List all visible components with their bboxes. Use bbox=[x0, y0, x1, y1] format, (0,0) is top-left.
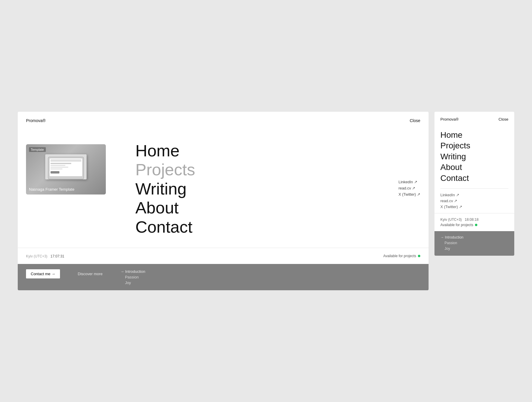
svg-rect-6 bbox=[51, 168, 62, 169]
intro-item[interactable]: → Introduction bbox=[120, 269, 145, 274]
left-social-links: LinkedIn ↗ read.cv ↗ X (Twitter) ↗ bbox=[390, 138, 420, 242]
right-nav-contact[interactable]: Contact bbox=[440, 173, 508, 184]
linkedin-link[interactable]: LinkedIn ↗ bbox=[398, 180, 420, 184]
right-footer-passion[interactable]: Passion bbox=[440, 240, 508, 246]
left-header: Promova® Close bbox=[18, 112, 429, 129]
left-status-bar: Kyiv (UTC+3) 17:07:31 Available for proj… bbox=[18, 248, 429, 264]
svg-rect-4 bbox=[51, 165, 65, 166]
nav-item-contact[interactable]: Contact bbox=[135, 218, 390, 236]
left-close-button[interactable]: Close bbox=[410, 118, 420, 123]
right-twitter-link[interactable]: X (Twitter) ↗ bbox=[440, 205, 508, 209]
right-nav-about[interactable]: About bbox=[440, 162, 508, 173]
right-readcv-link[interactable]: read.cv ↗ bbox=[440, 199, 508, 203]
right-available-label: Available for projects bbox=[440, 223, 473, 227]
right-footer-joy[interactable]: Joy bbox=[440, 246, 508, 252]
left-footer: Contact me → Discover more → Introductio… bbox=[18, 264, 429, 290]
readcv-link[interactable]: read.cv ↗ bbox=[398, 186, 420, 190]
right-close-button[interactable]: Close bbox=[499, 117, 508, 121]
left-available-label: Available for projects bbox=[383, 254, 416, 258]
twitter-link[interactable]: X (Twitter) ↗ bbox=[398, 192, 420, 197]
nav-item-home[interactable]: Home bbox=[135, 141, 390, 160]
right-footer-nav: → Introduction Passion Joy bbox=[440, 235, 508, 252]
right-header: Promova® Close bbox=[434, 112, 514, 127]
right-nav-projects[interactable]: Projects bbox=[440, 140, 508, 151]
svg-rect-2 bbox=[51, 159, 81, 162]
card-title: Nasnaga Framer Template bbox=[29, 187, 74, 192]
right-available-dot bbox=[475, 224, 477, 226]
right-status-bar: Kyiv (UTC+3) 18:08:18 Available for proj… bbox=[434, 213, 514, 231]
template-card[interactable]: Template Nasnaga Framer Template bbox=[26, 144, 106, 194]
right-social-links: LinkedIn ↗ read.cv ↗ X (Twitter) ↗ bbox=[434, 189, 514, 213]
right-nav-writing[interactable]: Writing bbox=[440, 151, 508, 162]
left-logo: Promova® bbox=[26, 118, 46, 123]
svg-rect-3 bbox=[51, 163, 71, 164]
right-nav-menu: Home Projects Writing About Contact bbox=[434, 127, 514, 188]
footer-sub-joy[interactable]: Joy bbox=[120, 281, 145, 285]
left-body: Template Nasnaga Framer Template Home Pr… bbox=[18, 129, 429, 242]
left-timezone-time: Kyiv (UTC+3) 17:07:31 bbox=[26, 253, 64, 259]
right-time: 18:08:18 bbox=[465, 218, 479, 222]
left-footer-nav: → Introduction Passion Joy bbox=[120, 269, 145, 285]
right-linkedin-link[interactable]: LinkedIn ↗ bbox=[440, 193, 508, 197]
contact-me-button[interactable]: Contact me → bbox=[26, 269, 60, 278]
left-available: Available for projects bbox=[383, 254, 420, 258]
nav-item-about[interactable]: About bbox=[135, 198, 390, 217]
discover-label: Discover more bbox=[78, 269, 103, 276]
footer-sub-passion[interactable]: Passion bbox=[120, 275, 145, 279]
left-timezone: Kyiv (UTC+3) bbox=[26, 254, 47, 258]
right-intro-item[interactable]: → Introduction bbox=[440, 235, 508, 239]
right-available: Available for projects bbox=[440, 223, 508, 227]
right-footer: → Introduction Passion Joy bbox=[434, 231, 514, 256]
available-dot bbox=[418, 255, 420, 257]
card-label: Template bbox=[29, 147, 46, 152]
left-panel: Promova® Close bbox=[18, 112, 429, 290]
svg-rect-5 bbox=[51, 167, 68, 168]
nav-item-writing[interactable]: Writing bbox=[135, 179, 390, 198]
right-panel: Promova® Close Home Projects Writing Abo… bbox=[434, 112, 514, 256]
svg-rect-7 bbox=[51, 171, 59, 174]
left-nav-menu: Home Projects Writing About Contact bbox=[106, 138, 390, 242]
right-timezone: Kyiv (UTC+3) bbox=[440, 218, 462, 222]
right-logo: Promova® bbox=[440, 117, 459, 121]
right-nav-home[interactable]: Home bbox=[440, 130, 508, 140]
right-timezone-time: Kyiv (UTC+3) 18:08:18 bbox=[440, 218, 508, 222]
nav-item-projects[interactable]: Projects bbox=[135, 160, 390, 179]
left-time: 17:07:31 bbox=[51, 254, 64, 258]
